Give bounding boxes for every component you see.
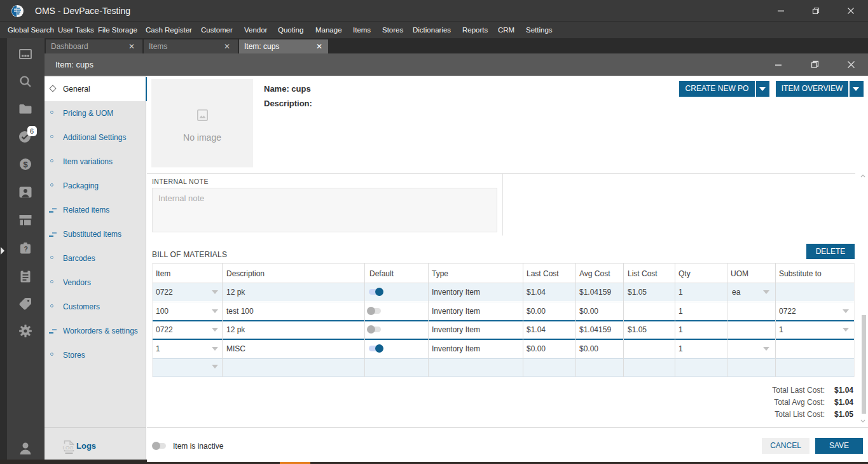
svg-text:?: ?: [24, 245, 27, 253]
svg-text:LOG: LOG: [63, 445, 74, 451]
svg-text:$: $: [24, 160, 29, 169]
svg-text:6: 6: [30, 127, 34, 135]
